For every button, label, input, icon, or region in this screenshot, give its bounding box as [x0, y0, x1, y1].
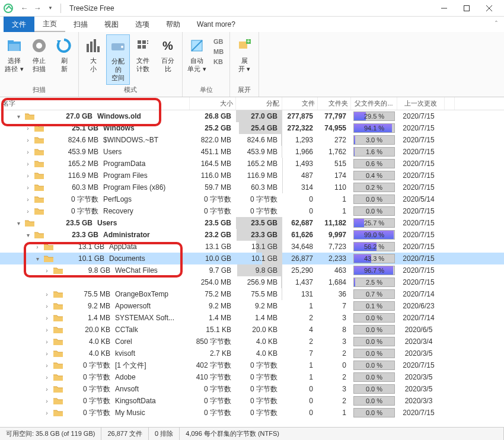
chevron-icon[interactable]: › — [24, 137, 32, 144]
row-name: Windows.old — [97, 112, 141, 120]
row-name: PerfLogs — [103, 195, 132, 203]
chevron-icon[interactable]: › — [24, 149, 32, 155]
tree-row[interactable]: ›0 字节数[1 个文件]402 字节数0 字节数100.0 %2020/7/1… — [0, 359, 504, 371]
tree-row[interactable]: ›824.6 MB$WINDOWS.~BT822.0 MB824.6 MB1,2… — [0, 134, 504, 146]
tree-row[interactable]: ›1.4 MBSYSTEMAX Soft...1.4 MB1.4 MB230.0… — [0, 312, 504, 324]
cell-alloc: 453.9 MB — [236, 146, 282, 158]
tab-home[interactable]: 主页 — [34, 17, 65, 32]
col-date[interactable]: 上一次更改 — [397, 97, 445, 110]
col-files[interactable]: 文件 — [282, 97, 318, 110]
row-size-label: 0 字节数 — [65, 372, 110, 382]
col-pct[interactable]: 父文件夹的... — [351, 97, 397, 110]
col-name[interactable]: 名字 — [0, 97, 190, 110]
minimize-button[interactable] — [433, 0, 455, 17]
forward-button[interactable]: → — [31, 2, 44, 14]
tree-row[interactable]: ▾27.0 GBWindows.old26.8 GB27.0 GB277,875… — [0, 110, 504, 122]
tab-help[interactable]: 帮助 — [158, 17, 189, 32]
tab-scan[interactable]: 扫描 — [65, 17, 96, 32]
tree-row[interactable]: ›0 字节数PerfLogs0 字节数0 字节数010.0 %2020/5/14 — [0, 193, 504, 205]
tree-row[interactable]: ▾23.5 GBUsers23.5 GB23.5 GB62,68711,1822… — [0, 217, 504, 229]
tree-row[interactable]: ›116.9 MBProgram Files116.0 MB116.9 MB48… — [0, 170, 504, 181]
maximize-button[interactable] — [455, 0, 478, 17]
chevron-icon[interactable]: › — [43, 267, 51, 274]
unit-gb-button[interactable]: GB — [210, 37, 227, 46]
chevron-icon[interactable]: › — [43, 350, 51, 357]
cell-alloc: 256.9 MB — [236, 276, 282, 288]
tree-row[interactable]: ›0 字节数Recovery0 字节数0 字节数010.0 %2020/7/15 — [0, 205, 504, 217]
mode-allocated-button[interactable]: 分配的 空间 — [106, 34, 130, 85]
tree-row[interactable]: ›13.1 GBAppData13.1 GB13.1 GB34,6487,723… — [0, 241, 504, 253]
chevron-icon[interactable]: › — [43, 327, 51, 333]
tree-row[interactable]: ›0 字节数KingsoftData0 字节数0 字节数020.0 %2020/… — [0, 395, 504, 407]
chevron-icon[interactable]: › — [24, 173, 32, 179]
chevron-icon[interactable]: ▾ — [33, 256, 42, 262]
refresh-button[interactable]: 刷 新 — [52, 34, 76, 76]
chevron-icon[interactable]: › — [43, 362, 51, 369]
chevron-icon[interactable]: › — [43, 291, 51, 298]
tree-row[interactable]: ›453.9 MBUsers451.1 MB453.9 MB1,9661,762… — [0, 146, 504, 158]
stop-scan-button[interactable]: 停止 扫描 — [27, 34, 51, 76]
col-folders[interactable]: 文件夹 — [318, 97, 351, 110]
mode-percent-button[interactable]: % 百分 比 — [156, 34, 180, 76]
chevron-icon[interactable]: ▾ — [24, 232, 32, 238]
chevron-icon[interactable]: › — [24, 208, 32, 215]
chevron-icon[interactable]: › — [24, 196, 32, 203]
dropdown-button[interactable]: ▼ — [44, 2, 57, 14]
tab-file[interactable]: 文件 — [4, 17, 34, 32]
expand-button[interactable]: + 展 开 ▾ — [232, 34, 256, 76]
cell-files: 131 — [282, 290, 318, 298]
tree-row[interactable]: ›4.0 KBkvisoft2.7 KB4.0 KB720.0 %2020/3/… — [0, 347, 504, 359]
tab-wantmore[interactable]: Want more? — [189, 17, 244, 32]
tree-row[interactable]: ›0 字节数Adobe410 字节数0 字节数120.0 %2020/3/5 — [0, 371, 504, 383]
mode-size-button[interactable]: 大 小 — [81, 34, 105, 76]
row-name: Anvsoft — [115, 385, 139, 393]
col-alloc[interactable]: 分配 — [236, 97, 282, 110]
cell-size: 402 字节数 — [190, 361, 236, 371]
tree-row[interactable]: ›60.3 MBProgram Files (x86)59.7 MB60.3 M… — [0, 181, 504, 193]
tab-options[interactable]: 选项 — [127, 17, 158, 32]
chevron-icon[interactable]: › — [43, 410, 51, 416]
tree-row[interactable]: ›0 字节数Anvsoft0 字节数0 字节数030.0 %2020/3/5 — [0, 383, 504, 395]
chevron-icon[interactable]: › — [43, 386, 51, 393]
tree-row[interactable]: ›4.0 KBCorel850 字节数4.0 KB230.0 %2020/3/4 — [0, 336, 504, 347]
tree-view[interactable]: ▾27.0 GBWindows.old26.8 GB27.0 GB277,875… — [0, 110, 504, 427]
auto-unit-button[interactable]: 自动 单元 ▾ — [185, 34, 209, 76]
close-button[interactable] — [478, 0, 500, 17]
tree-row[interactable]: ›9.8 GBWeChat Files9.7 GB9.8 GB25,290463… — [0, 264, 504, 276]
chevron-icon[interactable]: › — [24, 184, 32, 191]
tree-row[interactable]: ›25.1 GBWindows25.2 GB25.4 GB272,32274,9… — [0, 122, 504, 134]
tree-row[interactable]: 254.0 MB256.9 MB1,4371,6842.5 %2020/7/15 — [0, 276, 504, 288]
cell-files: 0 — [282, 409, 318, 417]
tree-row[interactable]: ›165.2 MBProgramData164.5 MB165.2 MB1,49… — [0, 158, 504, 170]
row-size-label: 116.9 MB — [46, 171, 98, 180]
tree-row[interactable]: ▾23.3 GBAdministrator23.2 GB23.3 GB61,62… — [0, 229, 504, 241]
back-button[interactable]: ← — [18, 2, 31, 14]
mode-filecount-button[interactable]: 文件 计数 — [131, 34, 155, 76]
chevron-icon[interactable]: › — [43, 398, 51, 404]
chevron-icon[interactable]: ▾ — [14, 220, 23, 227]
tree-row[interactable]: ›0 字节数My Music0 字节数0 字节数010.0 %2020/7/15 — [0, 407, 504, 419]
chevron-icon[interactable]: › — [43, 339, 51, 345]
select-path-button[interactable]: 选择 路径 ▾ — [2, 34, 26, 76]
tree-row[interactable]: ▾10.1 GBDocuments10.0 GB10.1 GB26,8772,2… — [0, 253, 504, 264]
tab-view[interactable]: 视图 — [96, 17, 127, 32]
ribbon-collapse-button[interactable]: ˆ — [489, 17, 504, 32]
chevron-icon[interactable]: › — [43, 374, 51, 381]
cell-size: 2.7 KB — [190, 349, 236, 358]
unit-mb-button[interactable]: MB — [210, 47, 227, 56]
tree-row[interactable]: ›20.0 KBCCTalk15.1 KB20.0 KB480.0 %2020/… — [0, 324, 504, 336]
chevron-icon[interactable]: ▾ — [14, 113, 23, 120]
chevron-icon[interactable]: › — [24, 161, 32, 167]
chevron-icon[interactable]: › — [24, 125, 32, 132]
chevron-icon[interactable]: › — [33, 244, 42, 250]
unit-kb-button[interactable]: KB — [210, 57, 227, 66]
chevron-icon[interactable]: › — [43, 315, 51, 321]
tree-row[interactable]: ›75.5 MBOrangeBoxTemp75.2 MB75.5 MB13136… — [0, 288, 504, 300]
cell-folders: 174 — [318, 171, 351, 180]
tree-row[interactable]: ›9.2 MBApowersoft9.2 MB9.2 MB170.1 %2020… — [0, 300, 504, 312]
cell-folders: 74,955 — [318, 124, 351, 132]
cell-folders: 2 — [318, 373, 351, 381]
col-size[interactable]: 大小 — [190, 97, 236, 110]
chevron-icon[interactable]: › — [43, 303, 51, 310]
cell-size: 75.2 MB — [190, 290, 236, 298]
